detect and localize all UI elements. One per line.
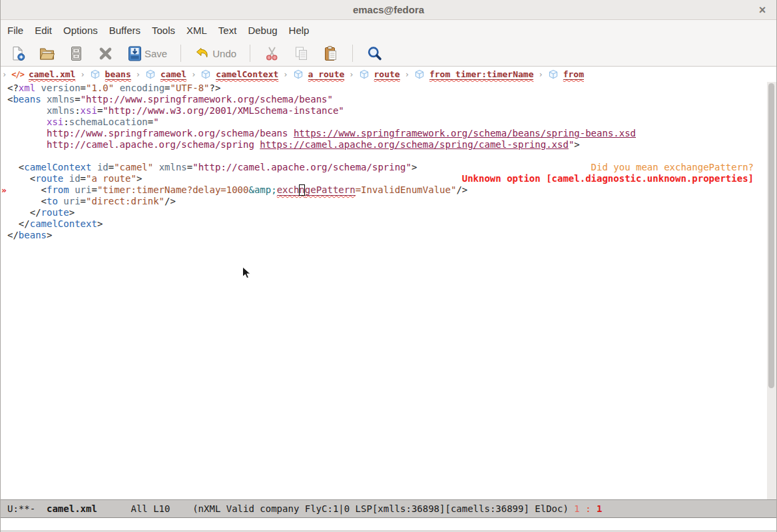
- code-token: =: [109, 162, 114, 172]
- menu-item-buffers[interactable]: Buffers: [109, 25, 140, 36]
- code-token: xml: [19, 83, 35, 93]
- menu-item-help[interactable]: Help: [289, 25, 310, 36]
- open-folder-button[interactable]: [35, 44, 59, 63]
- cube-icon: [200, 69, 211, 79]
- code-token: ?>: [210, 83, 221, 93]
- code-token: uri: [63, 196, 80, 206]
- copy-pages-button[interactable]: [290, 44, 313, 63]
- code-token: =: [75, 94, 80, 105]
- code-token: ": [153, 117, 158, 127]
- new-file-icon: [9, 45, 26, 62]
- breadcrumb-separator-icon: ›: [283, 70, 288, 79]
- code-token: <: [30, 173, 35, 184]
- code-token: "a route": [86, 173, 136, 184]
- window-title: emacs@fedora: [353, 4, 424, 15]
- breadcrumb-item[interactable]: from: [563, 69, 584, 80]
- code-token: xsi: [47, 117, 63, 127]
- file-cabinet-icon: [68, 45, 85, 62]
- code-token: &amp;: [248, 184, 276, 195]
- cube-icon: [145, 69, 156, 79]
- code-token: [7, 207, 30, 218]
- breadcrumb-separator-icon: ›: [349, 70, 354, 79]
- new-file-button[interactable]: [6, 44, 29, 63]
- code-token: >: [136, 173, 142, 184]
- code-token: </: [7, 230, 19, 240]
- breadcrumb-item[interactable]: camelContext: [216, 69, 278, 80]
- modeline-text: [580, 503, 585, 514]
- code-token: [7, 128, 47, 138]
- code-token: "http://camel.apache.org/schema/spring": [192, 162, 411, 172]
- modeline-text: All L10 (nXML Valid company FlyC:1|0 LSP…: [97, 503, 574, 514]
- code-token: <: [41, 196, 47, 206]
- mode-line: U:**- camel.xml All L10 (nXML Valid comp…: [1, 499, 776, 518]
- code-token: [114, 83, 119, 93]
- code-token: [7, 105, 47, 116]
- menu-bar: FileEditOptionsBuffersToolsXMLTextDebugH…: [1, 20, 776, 41]
- code-token: </: [30, 207, 41, 218]
- cube-icon: [359, 69, 370, 79]
- cut-scissors-icon: [264, 45, 280, 62]
- echo-area[interactable]: [1, 518, 776, 531]
- code-token: <: [41, 184, 47, 195]
- code-token: http://camel.apache.org/schema/spring: [47, 139, 260, 150]
- cut-scissors-button[interactable]: [260, 44, 284, 63]
- code-line: <to uri="direct:drink"/>: [1, 196, 767, 207]
- buffer-text[interactable]: <?xml version="1.0" encoding="UTF-8"?><b…: [1, 83, 767, 241]
- toolbar-button-label: Undo: [212, 48, 236, 59]
- breadcrumb-leading-chevron-icon: ›: [2, 70, 7, 79]
- search-magnifier-button[interactable]: [363, 44, 386, 63]
- code-token: id: [69, 173, 81, 184]
- fringe-error-marker-icon: »: [1, 184, 7, 196]
- code-line: [1, 150, 767, 162]
- buffer-name: camel.xml: [47, 503, 97, 514]
- scrollbar-track[interactable]: [767, 82, 776, 499]
- flycheck-counter: 1: [597, 503, 602, 514]
- code-token: [153, 162, 158, 172]
- paste-clipboard-icon: [322, 45, 339, 62]
- code-token: =InvalidEnumValue": [356, 184, 457, 195]
- code-token: >: [574, 139, 579, 150]
- menu-item-edit[interactable]: Edit: [35, 25, 52, 36]
- code-token: to: [47, 196, 58, 206]
- close-icon[interactable]: ×: [755, 3, 770, 17]
- breadcrumb-item[interactable]: route: [374, 69, 400, 80]
- breadcrumb-item[interactable]: from timer:timerName: [429, 69, 534, 80]
- code-token: [7, 139, 47, 150]
- paste-clipboard-button[interactable]: [319, 44, 342, 63]
- menu-item-tools[interactable]: Tools: [152, 25, 175, 36]
- code-line: » <from uri="timer:timerName?delay=1000&…: [1, 184, 767, 196]
- menu-item-xml[interactable]: XML: [186, 25, 207, 36]
- file-cabinet-button[interactable]: [65, 44, 88, 63]
- menu-item-options[interactable]: Options: [63, 25, 98, 36]
- code-tag-icon: </>: [11, 70, 24, 79]
- code-token: xmlns: [159, 162, 187, 172]
- breadcrumb-item[interactable]: beans: [105, 69, 131, 80]
- code-token: camelContext: [24, 162, 91, 172]
- breadcrumb-item[interactable]: a route: [308, 69, 345, 80]
- code-token: beans: [19, 230, 47, 240]
- code-token: [63, 173, 69, 184]
- menu-item-file[interactable]: File: [7, 25, 23, 36]
- toolbar-separator: [180, 45, 181, 62]
- breadcrumb-separator-icon: ›: [80, 70, 85, 79]
- scrollbar-thumb[interactable]: [768, 83, 774, 388]
- schema-link[interactable]: https://www.springframework.org/schema/b…: [294, 128, 636, 138]
- undo-arrow-button[interactable]: Undo: [191, 44, 240, 63]
- editor-window[interactable]: <?xml version="1.0" encoding="UTF-8"?><b…: [1, 82, 776, 499]
- menu-item-debug[interactable]: Debug: [248, 25, 277, 36]
- toolbar-separator: [352, 45, 353, 62]
- code-token: version: [41, 83, 81, 93]
- code-token: from: [47, 184, 69, 195]
- menu-item-text[interactable]: Text: [218, 25, 237, 36]
- code-line: </route>: [1, 207, 767, 218]
- breadcrumb-item[interactable]: camel: [160, 69, 186, 80]
- close-x-button[interactable]: [94, 44, 117, 63]
- toolbar: SaveUndo: [1, 41, 776, 67]
- code-token: "http://www.w3.org/2001/XMLSchema-instan…: [103, 105, 344, 116]
- toolbar-button-label: Save: [144, 48, 167, 59]
- open-folder-icon: [39, 45, 55, 62]
- save-floppy-icon: [127, 45, 143, 62]
- breadcrumb-item[interactable]: camel.xml: [29, 69, 75, 80]
- save-floppy-button[interactable]: Save: [123, 44, 170, 63]
- schema-link[interactable]: https://camel.apache.org/schema/spring/c…: [260, 139, 569, 150]
